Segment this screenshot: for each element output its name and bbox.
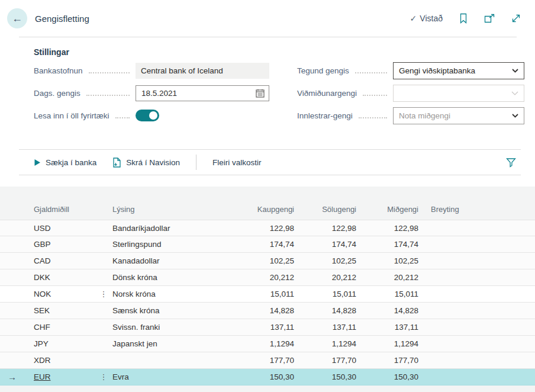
table-row[interactable]: → JPY ⋮ Japanskt jen 1,1294 1,1294 1,129… xyxy=(0,336,535,352)
table-body: → USD ⋮ Bandaríkjadollar 122,98 122,98 1… xyxy=(0,220,535,385)
table-row[interactable]: → EUR ⋮ Evra 150,30 150,30 150,30 xyxy=(0,369,535,385)
table-row[interactable]: → CHF ⋮ Svissn. franki 137,11 137,11 137… xyxy=(0,319,535,336)
cell-description: Japanskt jen xyxy=(112,339,254,348)
cell-currency-code[interactable]: NOK xyxy=(34,290,95,298)
cell-description: Kanadadollar xyxy=(112,256,254,265)
cell-currency-code[interactable]: GBP xyxy=(34,240,95,249)
chevron-down-icon xyxy=(512,114,518,118)
calendar-icon[interactable] xyxy=(256,89,265,98)
import-rate-select[interactable]: Nota miðgengi xyxy=(393,107,524,124)
col-header-currency[interactable]: Gjaldmiðill xyxy=(34,205,95,214)
table-row[interactable]: → CAD ⋮ Kanadadollar 102,25 102,25 102,2… xyxy=(0,253,535,269)
reference-rate-field-row: Viðmiðunargengi xyxy=(297,85,524,101)
expand-button[interactable] xyxy=(511,14,521,23)
cell-mid-rate: 14,828 xyxy=(356,306,418,315)
cell-buy-rate: 20,212 xyxy=(254,273,294,282)
cell-currency-code[interactable]: USD xyxy=(34,224,95,233)
table-row[interactable]: → XDR ⋮ 177,70 177,70 177,70 xyxy=(0,352,535,369)
import-rate-value: Nota miðgengi xyxy=(399,111,450,120)
reference-rate-label: Viðmiðunargengi xyxy=(297,89,357,98)
saved-label: Vistað xyxy=(420,14,443,23)
exchange-rate-grid: Gjaldmiðill Lýsing Kaupgengi Sölugengi M… xyxy=(0,187,535,392)
back-button[interactable]: ← xyxy=(7,8,27,28)
check-icon: ✓ xyxy=(410,14,417,23)
table-row[interactable]: → SEK ⋮ Sænsk króna 14,828 14,828 14,828 xyxy=(0,303,535,319)
more-options-button[interactable]: Fleiri valkostir xyxy=(212,158,262,167)
date-field[interactable]: 18.5.2021 xyxy=(136,85,269,101)
chevron-down-icon xyxy=(511,91,518,95)
cell-description: Sterlingspund xyxy=(112,240,254,249)
cell-buy-rate: 150,30 xyxy=(254,372,294,381)
dotted-leader xyxy=(359,117,387,118)
cell-mid-rate: 1,1294 xyxy=(356,339,418,348)
toggle-knob xyxy=(149,111,157,120)
dotted-leader xyxy=(355,72,387,73)
date-value: 18.5.2021 xyxy=(141,89,177,98)
cell-currency-code[interactable]: SEK xyxy=(34,306,95,315)
rate-type-select[interactable]: Gengi viðskiptabanka xyxy=(393,62,524,79)
bank-label: Bankastofnun xyxy=(34,66,83,75)
cell-buy-rate: 102,25 xyxy=(254,256,294,265)
cell-mid-rate: 177,70 xyxy=(356,356,418,365)
col-header-change[interactable]: Breyting xyxy=(418,205,521,214)
cell-currency-code[interactable]: JPY xyxy=(34,339,95,348)
open-in-window-button[interactable] xyxy=(484,14,495,23)
cell-sell-rate: 150,30 xyxy=(294,372,356,381)
saved-status: ✓ Vistað xyxy=(410,14,443,23)
table-row[interactable]: → NOK ⋮ Norsk króna 15,011 15,011 15,011 xyxy=(0,286,535,303)
current-row-arrow-icon: → xyxy=(0,372,34,382)
cell-currency-code[interactable]: CHF xyxy=(34,323,95,332)
cell-currency-code[interactable]: EUR xyxy=(34,372,95,381)
action-divider xyxy=(196,155,196,170)
cell-mid-rate: 102,25 xyxy=(356,256,418,265)
fetch-from-bank-button[interactable]: Sækja í banka xyxy=(34,158,96,167)
kebab-menu-icon[interactable]: ⋮ xyxy=(95,291,112,297)
all-companies-toggle[interactable] xyxy=(136,110,159,121)
register-in-navision-button[interactable]: Skrá í Navision xyxy=(112,158,180,168)
bookmark-button[interactable] xyxy=(459,13,468,24)
col-header-mid-rate[interactable]: Miðgengi xyxy=(356,205,418,214)
cell-mid-rate: 20,212 xyxy=(356,273,418,282)
table-row[interactable]: → DKK ⋮ Dönsk króna 20,212 20,212 20,212 xyxy=(0,269,535,286)
cell-mid-rate: 122,98 xyxy=(356,224,418,233)
page-title: Gengisfletting xyxy=(35,14,89,24)
cell-sell-rate: 122,98 xyxy=(294,224,356,233)
fetch-label: Sækja í banka xyxy=(46,158,96,167)
filter-button[interactable] xyxy=(506,158,516,168)
rate-type-value: Gengi viðskiptabanka xyxy=(399,66,475,75)
cell-mid-rate: 150,30 xyxy=(356,372,418,381)
cell-sell-rate: 15,011 xyxy=(294,290,356,298)
cell-mid-rate: 137,11 xyxy=(356,323,418,332)
cell-sell-rate: 14,828 xyxy=(294,306,356,315)
col-header-description[interactable]: Lýsing xyxy=(112,205,254,214)
cell-buy-rate: 122,98 xyxy=(254,224,294,233)
header-divider xyxy=(19,37,517,37)
col-header-sell-rate[interactable]: Sölugengi xyxy=(294,205,356,214)
dotted-leader xyxy=(86,95,130,96)
cell-currency-code[interactable]: CAD xyxy=(34,256,95,265)
cell-sell-rate: 174,74 xyxy=(294,240,356,249)
import-rate-field-row: Innlestrar-gengi Nota miðgengi xyxy=(297,107,524,124)
kebab-menu-icon[interactable]: ⋮ xyxy=(95,374,112,380)
reference-rate-select xyxy=(393,85,524,102)
action-bar: Sækja í banka Skrá í Navision Fleiri val… xyxy=(19,149,521,175)
cell-mid-rate: 174,74 xyxy=(356,240,418,249)
cell-description: Evra xyxy=(112,372,254,381)
filter-funnel-icon xyxy=(506,158,516,168)
top-bar: ← Gengisfletting ✓ Vistað xyxy=(0,0,535,37)
cell-buy-rate: 177,70 xyxy=(254,356,294,365)
cell-currency-code[interactable]: XDR xyxy=(34,356,95,365)
cell-sell-rate: 1,1294 xyxy=(294,339,356,348)
open-in-window-icon xyxy=(484,14,495,23)
play-icon xyxy=(34,159,41,166)
cell-sell-rate: 177,70 xyxy=(294,356,356,365)
col-header-buy-rate[interactable]: Kaupgengi xyxy=(254,205,294,214)
cell-buy-rate: 14,828 xyxy=(254,306,294,315)
cell-description: Sænsk króna xyxy=(112,306,254,315)
cell-mid-rate: 15,011 xyxy=(356,290,418,298)
cell-currency-code[interactable]: DKK xyxy=(34,273,95,282)
table-row[interactable]: → USD ⋮ Bandaríkjadollar 122,98 122,98 1… xyxy=(0,220,535,236)
dotted-leader xyxy=(89,72,130,73)
date-field-row: Dags. gengis 18.5.2021 xyxy=(34,85,269,101)
table-row[interactable]: → GBP ⋮ Sterlingspund 174,74 174,74 174,… xyxy=(0,236,535,253)
